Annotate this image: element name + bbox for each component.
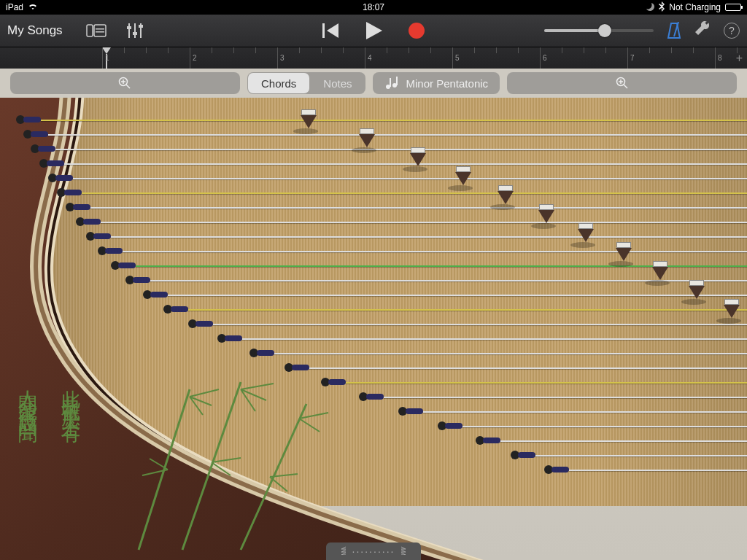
svg-line-21 bbox=[624, 85, 627, 88]
ruler-tick bbox=[605, 47, 606, 53]
string[interactable] bbox=[309, 368, 747, 369]
string[interactable] bbox=[535, 455, 747, 456]
string[interactable] bbox=[500, 440, 747, 442]
wifi-icon bbox=[28, 2, 38, 12]
svg-rect-3 bbox=[96, 31, 104, 33]
settings-button[interactable] bbox=[694, 21, 711, 40]
string-winding bbox=[445, 423, 462, 429]
ruler-mark: 7 bbox=[627, 47, 628, 69]
glissando-right-icon bbox=[399, 545, 408, 558]
string[interactable] bbox=[346, 382, 747, 384]
poem-line-2: 人間能得幾回聞 bbox=[15, 375, 40, 416]
ruler-tick bbox=[671, 47, 672, 53]
ruler-mark: 5 bbox=[452, 47, 453, 69]
notes-mode-button[interactable]: Notes bbox=[310, 72, 365, 94]
string-winding bbox=[133, 277, 150, 283]
bridge bbox=[686, 280, 708, 302]
ruler-tick bbox=[649, 47, 650, 53]
bridge bbox=[575, 223, 597, 245]
string-winding bbox=[171, 306, 188, 312]
ruler-tick bbox=[584, 47, 584, 53]
bridge bbox=[298, 109, 320, 131]
ruler-tick bbox=[124, 47, 125, 53]
string[interactable] bbox=[90, 207, 747, 209]
svg-rect-4 bbox=[128, 23, 130, 38]
string-winding bbox=[257, 350, 274, 356]
svg-rect-10 bbox=[322, 23, 325, 38]
string[interactable] bbox=[188, 309, 747, 311]
zoom-out-right-button[interactable] bbox=[507, 72, 737, 94]
help-button[interactable]: ? bbox=[724, 23, 740, 39]
ruler-tick bbox=[474, 47, 475, 53]
string[interactable] bbox=[274, 353, 747, 354]
ruler-tick bbox=[737, 47, 738, 53]
string-winding bbox=[118, 262, 136, 268]
string[interactable] bbox=[55, 149, 747, 150]
string[interactable] bbox=[101, 222, 747, 223]
string[interactable] bbox=[242, 338, 747, 340]
chords-mode-button[interactable]: Chords bbox=[248, 73, 309, 93]
ruler-tick bbox=[343, 47, 344, 53]
string[interactable] bbox=[462, 426, 747, 427]
ruler-tick bbox=[146, 47, 147, 53]
ruler-mark: 8 bbox=[715, 47, 716, 69]
string-winding bbox=[31, 131, 48, 137]
metronome-button[interactable] bbox=[667, 22, 681, 39]
ruler-tick bbox=[321, 47, 322, 53]
string-winding bbox=[518, 452, 535, 458]
svg-rect-0 bbox=[87, 25, 93, 36]
string[interactable] bbox=[423, 411, 747, 413]
play-button[interactable] bbox=[366, 22, 382, 39]
string[interactable] bbox=[168, 295, 747, 296]
scale-picker-button[interactable]: Minor Pentatonic bbox=[373, 72, 500, 94]
string[interactable] bbox=[41, 120, 747, 121]
string[interactable] bbox=[111, 236, 747, 238]
scale-label: Minor Pentatonic bbox=[406, 77, 489, 90]
svg-line-13 bbox=[126, 85, 130, 88]
ruler-mark: 6 bbox=[540, 47, 541, 69]
string-winding bbox=[23, 117, 41, 122]
zoom-out-left-button[interactable] bbox=[10, 72, 240, 94]
ruler-tick bbox=[562, 47, 562, 53]
add-section-button[interactable]: + bbox=[736, 52, 743, 65]
bridge bbox=[356, 128, 378, 150]
glissando-strip[interactable]: ·········· bbox=[326, 542, 421, 560]
string[interactable] bbox=[213, 324, 747, 325]
string-winding bbox=[483, 438, 500, 443]
my-songs-button[interactable]: My Songs bbox=[7, 23, 63, 38]
string[interactable] bbox=[73, 178, 747, 179]
string-winding bbox=[73, 204, 90, 210]
string-winding bbox=[105, 248, 123, 254]
string[interactable] bbox=[123, 251, 747, 252]
ruler-mark: 4 bbox=[365, 47, 365, 69]
instrument-stage[interactable]: 人間能得幾回聞 此曲祇應天上有 ·········· bbox=[0, 98, 747, 560]
string[interactable] bbox=[82, 192, 747, 194]
bridge bbox=[535, 204, 557, 226]
playhead[interactable] bbox=[102, 47, 111, 54]
string[interactable] bbox=[569, 470, 747, 471]
ruler-tick bbox=[299, 47, 300, 53]
record-button[interactable] bbox=[409, 23, 425, 39]
string-winding bbox=[551, 467, 569, 472]
string-winding bbox=[93, 233, 111, 239]
svg-rect-1 bbox=[94, 25, 106, 36]
string[interactable] bbox=[48, 134, 747, 136]
go-to-start-button[interactable] bbox=[322, 23, 340, 38]
clock: 18:07 bbox=[363, 2, 384, 12]
timeline-ruler[interactable]: + 12345678 bbox=[0, 47, 747, 69]
string-winding bbox=[406, 408, 423, 414]
string[interactable] bbox=[384, 397, 747, 398]
string-winding bbox=[83, 219, 101, 225]
device-label: iPad bbox=[6, 2, 23, 12]
string-winding bbox=[150, 292, 168, 298]
svg-rect-8 bbox=[133, 32, 137, 35]
tracks-view-button[interactable] bbox=[85, 20, 109, 42]
mixer-button[interactable] bbox=[123, 20, 147, 42]
status-bar: iPad 18:07 Not Charging bbox=[0, 0, 747, 15]
volume-slider[interactable] bbox=[544, 29, 654, 32]
ruler-tick bbox=[496, 47, 497, 53]
string-winding bbox=[196, 321, 213, 327]
string[interactable] bbox=[64, 163, 747, 165]
string-winding bbox=[328, 379, 346, 385]
svg-rect-19 bbox=[396, 77, 398, 85]
